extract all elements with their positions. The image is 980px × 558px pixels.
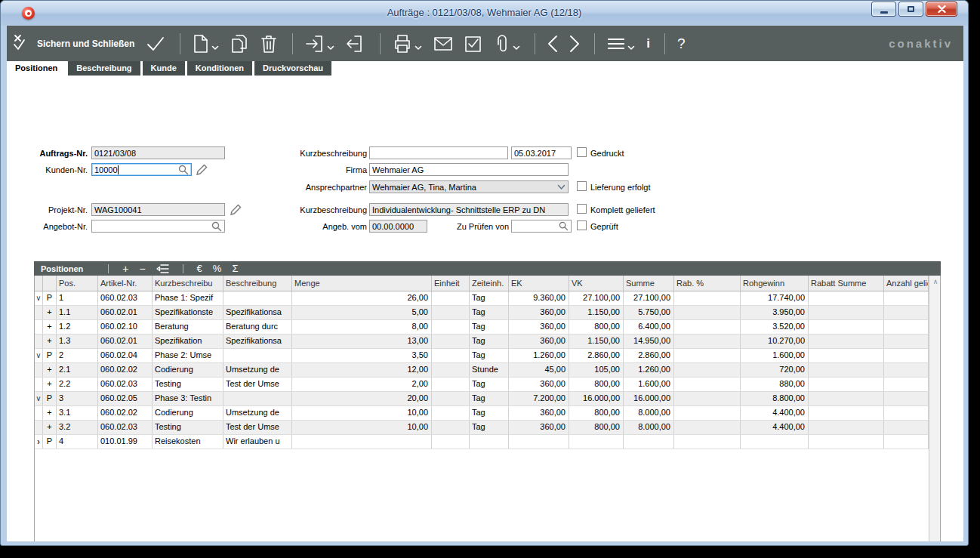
toolbar-separator xyxy=(664,33,665,54)
kurzbeschreibung2-field[interactable]: Individualentwicklung- Schnittstelle ERP… xyxy=(369,203,569,216)
sum-button[interactable]: Σ xyxy=(232,264,238,273)
tab-beschreibung[interactable]: Beschreibung xyxy=(68,61,140,76)
positions-row[interactable]: +3.2060.02.03TestingTest der Umse10,00Ta… xyxy=(35,421,929,435)
edit-list-icon[interactable] xyxy=(156,264,169,274)
search-icon[interactable] xyxy=(559,221,569,231)
add-position-button[interactable]: + xyxy=(122,264,128,274)
kunden-nr-field[interactable]: 10000 xyxy=(91,163,192,176)
positions-row[interactable]: +1.1060.02.01SpezifikationsteSpezifikati… xyxy=(35,306,929,320)
positions-row[interactable]: P1060.02.03Phase 1: Spezif26,00Tag9.360,… xyxy=(35,291,929,306)
lieferung-checkbox[interactable] xyxy=(577,181,587,191)
import-button[interactable] xyxy=(305,34,334,54)
row-expand-toggle[interactable] xyxy=(35,349,43,362)
attachment-button[interactable] xyxy=(494,34,520,54)
positions-header-cell[interactable] xyxy=(35,276,43,291)
angeb-vom-field[interactable]: 00.00.0000 xyxy=(369,220,427,233)
row-expand-toggle[interactable] xyxy=(35,378,43,391)
positions-cell-beschr: Spezifikationsa xyxy=(223,334,292,348)
firma-field[interactable]: Wehmaier AG xyxy=(369,163,569,176)
duplicate-button[interactable] xyxy=(230,34,248,54)
positions-header-cell[interactable]: Menge xyxy=(292,276,432,291)
komplett-geliefert-checkbox[interactable] xyxy=(577,204,587,214)
positions-header-cell[interactable]: Kurzbeschreibu xyxy=(153,276,223,291)
positions-header-cell[interactable]: Anzahl gelie xyxy=(884,276,929,291)
edit-pencil-icon[interactable] xyxy=(196,163,208,176)
positions-row[interactable]: P3060.02.05Phase 3: Testin20,00Tag7.200,… xyxy=(35,392,929,406)
currency-button[interactable]: € xyxy=(197,264,202,273)
row-expand-toggle[interactable] xyxy=(35,392,43,405)
previous-record-button[interactable] xyxy=(547,35,558,53)
projekt-nr-field[interactable]: WAG100041 xyxy=(91,203,225,216)
positions-row[interactable]: +2.2060.02.03TestingTest der Umse2,00Tag… xyxy=(35,378,929,392)
row-expand-toggle[interactable] xyxy=(35,334,43,348)
print-button[interactable] xyxy=(393,34,422,54)
positions-header-cell[interactable]: Zeiteinh. xyxy=(470,276,509,291)
copy-icon xyxy=(230,34,248,54)
positions-cell-artikel: 060.02.10 xyxy=(98,320,153,334)
positions-header-cell[interactable]: Summe xyxy=(624,276,674,291)
row-expand-toggle[interactable] xyxy=(35,291,43,305)
tab-kunde[interactable]: Kunde xyxy=(143,61,185,76)
kurzbeschreibung1-field[interactable] xyxy=(369,146,508,159)
positions-header-cell[interactable]: VK xyxy=(569,276,624,291)
positions-header-cell[interactable]: Beschreibung xyxy=(223,276,292,291)
positions-cell-rohgewinn: 3.520,00 xyxy=(741,320,809,334)
positions-header-cell[interactable]: EK xyxy=(509,276,569,291)
positions-header-cell[interactable]: Einheit xyxy=(432,276,470,291)
positions-row[interactable]: +1.2060.02.10BeratungBeratung durc8,00Ta… xyxy=(35,320,929,334)
task-button[interactable] xyxy=(464,35,482,53)
save-close-button[interactable]: Sichern und Schließen xyxy=(13,34,134,54)
positions-row[interactable]: P4010.01.99ReisekostenWir erlauben u xyxy=(35,435,929,449)
new-record-button[interactable] xyxy=(193,34,219,54)
row-expand-toggle[interactable] xyxy=(35,421,43,434)
row-expand-toggle[interactable] xyxy=(35,306,43,319)
positions-header-cell[interactable] xyxy=(43,276,57,291)
row-expand-toggle[interactable] xyxy=(35,435,43,449)
ansprechpartner-select[interactable]: Wehmaier AG, Tina, Martina xyxy=(369,180,569,193)
positions-cell-pos: 1 xyxy=(57,291,98,305)
tab-positionen[interactable]: Positionen xyxy=(7,61,66,76)
angebot-nr-field[interactable] xyxy=(91,220,225,233)
delete-button[interactable] xyxy=(260,34,278,54)
minimize-button[interactable] xyxy=(871,2,896,17)
remove-position-button[interactable]: − xyxy=(139,264,145,274)
positions-cell-rohgewinn: 1.600,00 xyxy=(741,349,809,362)
close-button[interactable] xyxy=(926,2,957,17)
search-icon[interactable] xyxy=(211,221,222,232)
positions-row[interactable]: +1.3060.02.01SpezifikationSpezifikations… xyxy=(35,334,929,349)
vertical-scrollbar[interactable] xyxy=(929,276,940,541)
positions-header-cell[interactable]: Artikel-Nr. xyxy=(98,276,153,291)
close-icon xyxy=(938,5,946,13)
geprueft-checkbox[interactable] xyxy=(577,220,587,230)
positions-cell-kurz: Codierung xyxy=(153,363,223,377)
edit-pencil-icon[interactable] xyxy=(230,203,242,216)
row-expand-toggle[interactable] xyxy=(35,406,43,420)
positions-row[interactable]: +3.1060.02.02CodierungUmsetzung de10,00T… xyxy=(35,406,929,421)
gedruckt-checkbox[interactable] xyxy=(577,147,587,157)
positions-header-cell[interactable]: Rohgewinn xyxy=(741,276,809,291)
next-record-button[interactable] xyxy=(569,35,580,53)
mail-button[interactable] xyxy=(433,35,453,52)
export-button[interactable] xyxy=(346,34,365,54)
save-button[interactable] xyxy=(146,35,165,52)
tab-druckvorschau[interactable]: Druckvorschau xyxy=(254,61,331,76)
info-button[interactable]: i xyxy=(646,37,650,50)
positions-row[interactable]: P2060.02.04Phase 2: Umse3,50Tag1.260,002… xyxy=(35,349,929,363)
datum-field[interactable]: 05.03.2017 xyxy=(511,146,572,159)
maximize-button[interactable] xyxy=(898,2,923,17)
row-expand-toggle[interactable] xyxy=(35,320,43,334)
positions-row[interactable]: +2.1060.02.02CodierungUmsetzung de12,00S… xyxy=(35,363,929,378)
search-icon[interactable] xyxy=(178,165,189,175)
positions-cell-rabatt_summe xyxy=(809,306,884,319)
row-expand-toggle[interactable] xyxy=(35,363,43,377)
percent-button[interactable]: % xyxy=(213,264,222,273)
positions-header-cell[interactable]: Pos. xyxy=(57,276,98,291)
scroll-up-icon[interactable] xyxy=(929,276,941,288)
menu-button[interactable] xyxy=(607,36,635,51)
positions-header-cell[interactable]: Rabatt Summe xyxy=(809,276,884,291)
zu-pruefen-von-field[interactable] xyxy=(511,220,572,233)
help-button[interactable]: ? xyxy=(677,36,686,51)
auftrag-nr-field[interactable]: 0121/03/08 xyxy=(91,146,225,159)
tab-konditionen[interactable]: Konditionen xyxy=(187,61,252,76)
positions-header-cell[interactable]: Rab. % xyxy=(674,276,741,291)
